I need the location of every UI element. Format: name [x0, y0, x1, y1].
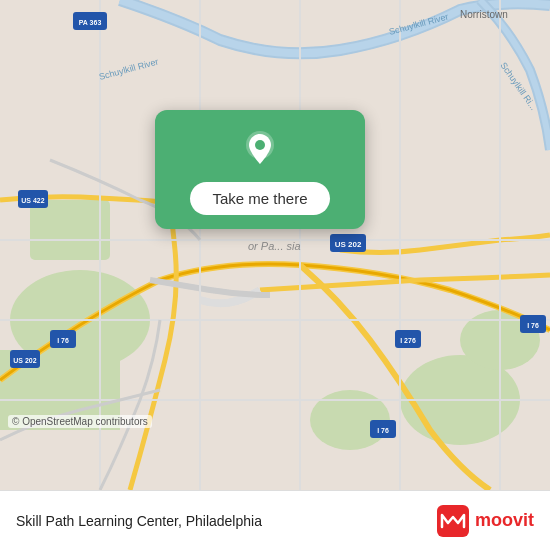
take-me-there-button[interactable]: Take me there [190, 182, 329, 215]
svg-text:I 76: I 76 [527, 322, 539, 329]
map-container: US 422 US 202 I 76 I 276 I 76 I 76 US 20… [0, 0, 550, 490]
svg-text:I 76: I 76 [57, 337, 69, 344]
moovit-icon [437, 505, 469, 537]
svg-text:US 422: US 422 [21, 197, 44, 204]
svg-text:Norristown: Norristown [460, 9, 508, 20]
svg-text:I 76: I 76 [377, 427, 389, 434]
svg-text:US 202: US 202 [335, 240, 362, 249]
location-popup: Take me there [155, 110, 365, 229]
svg-text:I 276: I 276 [400, 337, 416, 344]
svg-rect-6 [30, 200, 110, 260]
svg-text:or Pa... sia: or Pa... sia [248, 240, 301, 252]
bottom-bar: Skill Path Learning Center, Philadelphia… [0, 490, 550, 550]
svg-point-37 [255, 140, 265, 150]
svg-text:PA 363: PA 363 [79, 19, 102, 26]
copyright-text: © OpenStreetMap contributors [8, 415, 152, 428]
moovit-label: moovit [475, 510, 534, 531]
svg-text:US 202: US 202 [13, 357, 36, 364]
moovit-logo: moovit [437, 505, 534, 537]
pin-icon [238, 128, 282, 172]
location-label: Skill Path Learning Center, Philadelphia [16, 513, 437, 529]
